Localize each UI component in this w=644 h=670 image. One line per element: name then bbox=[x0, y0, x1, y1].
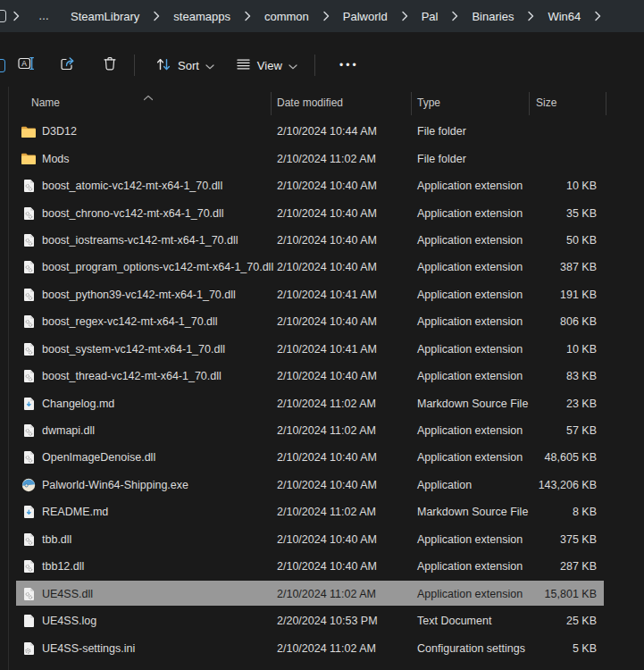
file-size: 143,206 KB bbox=[482, 479, 597, 491]
file-type: Text Document bbox=[417, 615, 491, 627]
chevron-right-icon bbox=[451, 11, 458, 21]
dll-icon bbox=[21, 314, 36, 329]
file-list: D3D12 2/10/2024 10:44 AM File folder Mod… bbox=[0, 118, 644, 670]
address-bar: … SteamLibrarysteamappscommonPalworldPal… bbox=[0, 0, 644, 32]
breadcrumb-overflow-button[interactable]: … bbox=[35, 8, 54, 24]
dll-icon bbox=[21, 260, 36, 274]
file-name: boost_regex-vc142-mt-x64-1_70.dll bbox=[42, 315, 218, 328]
file-type: File folder bbox=[417, 153, 466, 165]
file-name: tbb.dll bbox=[42, 533, 71, 546]
column-header-size[interactable]: Size bbox=[536, 96, 556, 109]
file-size: 15,801 KB bbox=[482, 588, 597, 600]
file-name: OpenImageDenoise.dll bbox=[42, 451, 155, 464]
file-name: boost_chrono-vc142-mt-x64-1_70.dll bbox=[42, 207, 224, 220]
breadcrumb-item-binaries[interactable]: Binaries bbox=[466, 7, 519, 26]
file-name: D3D12 bbox=[42, 125, 77, 138]
file-row[interactable]: boost_regex-vc142-mt-x64-1_70.dll 2/10/2… bbox=[0, 308, 644, 335]
file-name: README.md bbox=[42, 506, 108, 518]
file-date-modified: 2/10/2024 11:02 AM bbox=[277, 153, 376, 165]
file-date-modified: 2/10/2024 10:40 AM bbox=[277, 261, 377, 273]
ini-icon bbox=[21, 641, 36, 656]
chevron-down-icon bbox=[205, 59, 214, 72]
file-name: UE4SS-settings.ini bbox=[42, 642, 135, 655]
file-row[interactable]: Palworld-Win64-Shipping.exe 2/10/2024 10… bbox=[0, 472, 644, 498]
file-row[interactable]: boost_thread-vc142-mt-x64-1_70.dll 2/10/… bbox=[0, 363, 644, 389]
chevron-right-icon bbox=[13, 11, 20, 21]
file-date-modified: 2/20/2024 10:53 PM bbox=[277, 615, 378, 627]
file-row[interactable]: boost_chrono-vc142-mt-x64-1_70.dll 2/10/… bbox=[0, 199, 644, 226]
file-row[interactable]: UE4SS.log 2/20/2024 10:53 PM Text Docume… bbox=[0, 607, 644, 634]
delete-button[interactable] bbox=[94, 50, 126, 80]
svg-text:A: A bbox=[21, 59, 27, 68]
chevron-right-icon bbox=[401, 11, 408, 21]
file-name: UE4SS.log bbox=[42, 615, 96, 627]
folder-icon bbox=[21, 124, 36, 138]
view-icon bbox=[236, 57, 251, 74]
file-row[interactable]: tbb12.dll 2/10/2024 10:40 AM Application… bbox=[0, 553, 644, 580]
file-row[interactable]: boost_python39-vc142-mt-x64-1_70.dll 2/1… bbox=[0, 281, 644, 308]
file-row[interactable]: tbb.dll 2/10/2024 10:40 AM Application e… bbox=[0, 526, 644, 553]
dll-icon bbox=[21, 179, 36, 193]
chevron-right-icon bbox=[322, 11, 330, 21]
file-row[interactable]: dwmapi.dll 2/10/2024 11:02 AM Applicatio… bbox=[0, 417, 644, 444]
file-row[interactable]: UE4SS-settings.ini 2/10/2024 11:02 AM Co… bbox=[0, 634, 644, 661]
dll-icon bbox=[21, 532, 36, 547]
column-divider[interactable] bbox=[529, 92, 530, 115]
dll-icon bbox=[21, 423, 36, 438]
breadcrumb-item-steamapps[interactable]: steamapps bbox=[168, 7, 236, 26]
breadcrumb-item-pal[interactable]: Pal bbox=[416, 7, 444, 26]
more-options-button[interactable]: ••• bbox=[333, 50, 365, 80]
rename-button[interactable]: A bbox=[10, 50, 42, 80]
view-button-label: View bbox=[257, 59, 282, 72]
column-header-date-modified[interactable]: Date modified bbox=[277, 96, 343, 109]
file-size: 25 KB bbox=[482, 615, 597, 627]
file-name: dwmapi.dll bbox=[42, 424, 95, 437]
file-row[interactable]: boost_program_options-vc142-mt-x64-1_70.… bbox=[0, 254, 644, 281]
dll-icon bbox=[21, 233, 36, 247]
column-header-name[interactable]: Name bbox=[31, 96, 60, 109]
file-name: boost_iostreams-vc142-mt-x64-1_70.dll bbox=[42, 234, 238, 247]
column-divider[interactable] bbox=[606, 92, 606, 115]
file-date-modified: 2/10/2024 10:40 AM bbox=[277, 479, 377, 491]
file-row[interactable]: UE4SS.dll 2/10/2024 11:02 AM Application… bbox=[0, 580, 644, 607]
file-row[interactable]: boost_system-vc142-mt-x64-1_70.dll 2/10/… bbox=[0, 336, 644, 363]
file-size: 23 KB bbox=[482, 398, 597, 410]
toolbar-divider bbox=[134, 54, 135, 76]
file-row[interactable]: Changelog.md 2/10/2024 11:02 AM Markdown… bbox=[0, 389, 644, 416]
file-row[interactable]: Mods 2/10/2024 11:02 AM File folder bbox=[0, 145, 644, 172]
file-date-modified: 2/10/2024 11:02 AM bbox=[277, 642, 376, 655]
breadcrumb-item-steamlibrary[interactable]: SteamLibrary bbox=[65, 7, 145, 26]
file-date-modified: 2/10/2024 10:41 AM bbox=[277, 289, 377, 301]
clipped-toolbar-icon bbox=[0, 59, 5, 72]
share-button[interactable] bbox=[52, 50, 84, 80]
file-row[interactable]: D3D12 2/10/2024 10:44 AM File folder bbox=[0, 118, 644, 145]
file-row[interactable]: OpenImageDenoise.dll 2/10/2024 10:40 AM … bbox=[0, 444, 644, 471]
breadcrumb-item-win64[interactable]: Win64 bbox=[542, 7, 586, 26]
file-name: Palworld-Win64-Shipping.exe bbox=[42, 479, 188, 491]
chevron-right-icon bbox=[594, 11, 601, 21]
file-row[interactable]: boost_atomic-vc142-mt-x64-1_70.dll 2/10/… bbox=[0, 172, 644, 199]
file-name: boost_thread-vc142-mt-x64-1_70.dll bbox=[42, 370, 222, 382]
column-header-row: Name Date modified Type Size bbox=[0, 89, 644, 117]
breadcrumb-item-common[interactable]: common bbox=[259, 7, 314, 26]
column-divider[interactable] bbox=[411, 92, 412, 115]
column-divider[interactable] bbox=[271, 92, 272, 115]
toolbar-divider bbox=[314, 54, 315, 76]
file-name: boost_program_options-vc142-mt-x64-1_70.… bbox=[42, 261, 273, 273]
file-name: tbb12.dll bbox=[42, 560, 84, 573]
file-date-modified: 2/10/2024 10:40 AM bbox=[277, 234, 377, 247]
file-size: 35 KB bbox=[482, 207, 597, 220]
breadcrumb: SteamLibrarysteamappscommonPalworldPalBi… bbox=[54, 7, 609, 26]
view-button[interactable]: View bbox=[227, 50, 306, 80]
sort-button[interactable]: Sort bbox=[146, 50, 223, 80]
breadcrumb-item-palworld[interactable]: Palworld bbox=[338, 7, 393, 26]
column-header-type[interactable]: Type bbox=[417, 96, 440, 109]
sort-button-label: Sort bbox=[178, 59, 199, 72]
file-size: 287 KB bbox=[482, 560, 597, 573]
file-size: 83 KB bbox=[482, 370, 597, 382]
file-row[interactable]: boost_iostreams-vc142-mt-x64-1_70.dll 2/… bbox=[0, 227, 644, 254]
dll-icon bbox=[21, 450, 36, 465]
file-date-modified: 2/10/2024 10:44 AM bbox=[277, 125, 377, 138]
file-row[interactable]: README.md 2/10/2024 11:02 AM Markdown So… bbox=[0, 498, 644, 525]
file-size: 191 KB bbox=[482, 289, 597, 301]
